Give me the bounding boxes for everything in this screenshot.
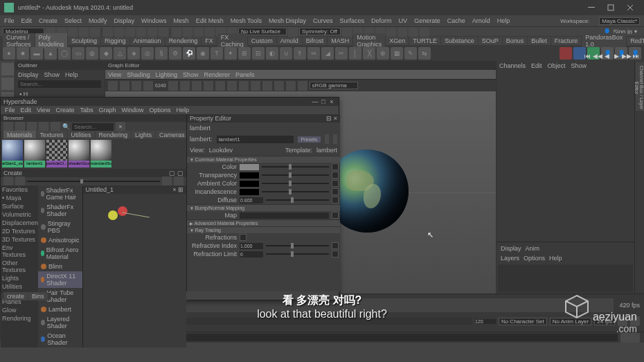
poly-disc-icon[interactable]: ◍ xyxy=(86,47,98,60)
step-fwd-icon[interactable]: ▶▶ xyxy=(622,53,630,61)
snap-point-icon[interactable] xyxy=(194,27,204,37)
separate-icon[interactable]: ⊟ xyxy=(252,47,265,60)
section-advanced[interactable]: Advanced Material Properties xyxy=(187,219,340,226)
vp-icon[interactable] xyxy=(108,81,118,91)
poly-sphere-icon[interactable]: ● xyxy=(3,47,15,60)
shelf-tab[interactable]: PandorasBox 1.0 xyxy=(582,33,626,48)
poly-type-icon[interactable]: T xyxy=(211,47,223,60)
menu-file[interactable]: File xyxy=(4,17,15,24)
outliner-search[interactable] xyxy=(18,80,101,88)
vp-menu-view[interactable]: View xyxy=(108,71,121,78)
connect-icon[interactable]: ╳ xyxy=(363,47,375,60)
hyp-tool-icon[interactable] xyxy=(27,122,37,132)
hyp-search-input[interactable] xyxy=(72,123,114,131)
menu-deform[interactable]: Deform xyxy=(371,17,392,24)
undo-icon[interactable] xyxy=(79,27,89,37)
bump-map-field[interactable] xyxy=(240,212,329,219)
vp-icon[interactable] xyxy=(251,81,260,91)
shader-item[interactable]: ShaderFx Game Hair xyxy=(38,185,82,202)
paint-select-icon[interactable] xyxy=(125,27,135,37)
go-start-icon[interactable]: ⏮ xyxy=(583,53,591,61)
map-button[interactable] xyxy=(332,251,339,257)
target-weld-icon[interactable]: ⊕ xyxy=(377,47,389,60)
prop-pin-icon[interactable]: ⊟ × xyxy=(326,115,337,122)
shader-item[interactable]: Anisotropic xyxy=(38,235,82,245)
redo-icon[interactable] xyxy=(90,27,100,37)
scale-tool-icon[interactable] xyxy=(159,27,168,37)
material-name-input[interactable] xyxy=(217,136,294,143)
incandescence-slider[interactable] xyxy=(262,191,329,192)
play-back-icon[interactable]: ◀ xyxy=(602,53,611,61)
cb-menu-show[interactable]: Show xyxy=(571,62,587,69)
cb-menu-edit[interactable]: Edit xyxy=(531,62,542,69)
vp-menu-panels[interactable]: Panels xyxy=(235,71,255,78)
ambient-slider[interactable] xyxy=(262,183,329,184)
shader-node[interactable] xyxy=(118,206,127,216)
menu-help[interactable]: Help xyxy=(497,17,510,24)
hyp-menu-edit[interactable]: Edit xyxy=(21,107,32,114)
shader-item[interactable]: Stingray PBS xyxy=(38,219,82,235)
category-list[interactable]: Favorites • Maya Surface Volumetric Disp… xyxy=(1,185,38,347)
toolbox-icon[interactable] xyxy=(560,47,572,60)
svg-icon[interactable]: ✦ xyxy=(224,47,237,60)
channel-box-tab[interactable]: Channel Box / Layer Editor xyxy=(636,62,644,111)
shelf-tab[interactable]: Motion Graphics xyxy=(353,33,385,48)
hyp-tool-icon[interactable] xyxy=(3,122,13,132)
layer-menu-help[interactable]: Help xyxy=(549,255,562,262)
vp-icon[interactable] xyxy=(274,81,284,91)
vp-icon[interactable] xyxy=(298,81,307,91)
menu-surfaces[interactable]: Surfaces xyxy=(340,17,365,24)
shelf-tab[interactable]: Curves / Surfaces xyxy=(3,33,35,48)
hyp-menu-file[interactable]: File xyxy=(5,107,15,114)
shader-item[interactable]: DirectX 11 Shader xyxy=(38,271,82,288)
menu-curves[interactable]: Curves xyxy=(313,17,333,24)
hyp-list-icon[interactable] xyxy=(3,177,13,186)
map-button[interactable] xyxy=(332,197,339,203)
snap-plane-icon[interactable] xyxy=(205,27,215,37)
lasso-tool-button[interactable] xyxy=(1,78,14,90)
menu-select[interactable]: Select xyxy=(64,17,82,24)
menu-display[interactable]: Display xyxy=(114,17,135,24)
menu-cache[interactable]: Cache xyxy=(447,17,465,24)
shelf-tab[interactable]: FX xyxy=(202,37,217,45)
sculpt-icon[interactable]: ✎ xyxy=(404,47,417,60)
refractive-index-input[interactable] xyxy=(240,243,263,249)
hyp-maximize-button[interactable]: □ xyxy=(319,98,328,105)
show-hide-icon[interactable] xyxy=(325,134,329,144)
hyp-tool-icon[interactable] xyxy=(51,122,60,132)
section-raytrace[interactable]: Ray Tracing xyxy=(187,226,340,233)
material-swatch[interactable]: aiStan1_std xyxy=(2,140,23,168)
refractions-checkbox[interactable] xyxy=(240,234,247,241)
hyp-menu-window[interactable]: Window xyxy=(121,107,143,114)
shader-node[interactable] xyxy=(108,210,118,220)
poly-pyramid-icon[interactable]: △ xyxy=(114,47,126,60)
layer-list[interactable] xyxy=(498,264,633,292)
shelf-tab[interactable]: MASH xyxy=(328,37,352,45)
refr-index-slider[interactable] xyxy=(266,245,329,246)
menu-mesh[interactable]: Mesh xyxy=(174,17,189,24)
shelf-tab[interactable]: Sculpting xyxy=(68,37,100,45)
insert-edge-icon[interactable]: │ xyxy=(349,47,361,60)
map-button[interactable] xyxy=(332,188,339,195)
shelf-tab[interactable]: Rigging xyxy=(101,37,129,45)
shelf-tab[interactable]: Bullet xyxy=(528,37,551,45)
step-back-icon[interactable]: ◀◀ xyxy=(593,53,601,61)
material-swatch[interactable]: standardSu... xyxy=(91,140,111,168)
map-button[interactable] xyxy=(332,212,339,219)
vp-menu-show[interactable]: Show xyxy=(183,71,199,78)
hyp-minimize-button[interactable]: — xyxy=(311,98,319,105)
go-end-icon[interactable]: ⏭ xyxy=(632,53,640,61)
menu-create[interactable]: Create xyxy=(39,17,57,24)
poly-plane-icon[interactable]: ▭ xyxy=(72,47,84,60)
map-button[interactable] xyxy=(332,163,339,170)
vp-menu-renderer[interactable]: Renderer xyxy=(204,71,230,78)
poly-helix-icon[interactable]: § xyxy=(155,47,168,60)
incandescence-swatch[interactable] xyxy=(240,189,259,195)
transparency-slider[interactable] xyxy=(262,174,329,176)
vp-icon[interactable] xyxy=(120,81,129,91)
poly-soccer-icon[interactable]: ⚽ xyxy=(183,47,195,60)
vp-icon[interactable] xyxy=(239,81,249,91)
material-swatch[interactable]: lambert1 xyxy=(24,140,45,168)
ambient-swatch[interactable] xyxy=(240,181,259,187)
vp-icon[interactable] xyxy=(204,81,213,91)
